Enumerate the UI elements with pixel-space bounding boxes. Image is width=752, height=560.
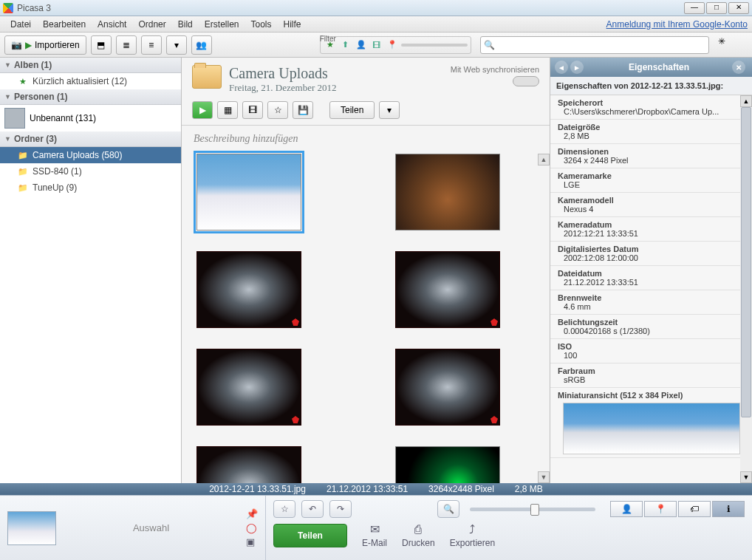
filter-geo-icon[interactable]: 📍	[386, 38, 399, 52]
properties-prev-button[interactable]: ◄	[555, 61, 568, 74]
status-dimensions: 3264x2448 Pixel	[428, 484, 494, 494]
filter-date-slider[interactable]	[401, 44, 468, 47]
view-list-button[interactable]: ≣	[116, 35, 137, 55]
people-view-button[interactable]: 👥	[191, 35, 212, 55]
properties-close-button[interactable]: ✕	[732, 61, 745, 74]
sidebar-item-label: SSD-840 (1)	[33, 166, 82, 177]
fit-zoom-button[interactable]: 🔍	[437, 500, 459, 518]
property-row: KameramarkeLGE	[550, 168, 752, 193]
scroll-up-icon[interactable]: ▲	[740, 95, 752, 107]
close-button[interactable]: ✕	[728, 2, 749, 14]
sync-label: Mit Web synchronisieren	[451, 65, 539, 74]
sync-toggle[interactable]	[513, 76, 539, 86]
add-to-album-button[interactable]: ▣	[246, 536, 258, 547]
scroll-up-icon[interactable]: ▲	[538, 154, 550, 165]
scroll-down-icon[interactable]: ▼	[538, 471, 550, 483]
folder-icon: 📁	[18, 166, 28, 177]
view-dropdown-button[interactable]: ▾	[166, 35, 187, 55]
property-row: SpeicherortC:\Users\kschmerer\Dropbox\Ca…	[550, 95, 752, 120]
filter-label: Filter	[320, 35, 336, 43]
save-button[interactable]: 💾	[293, 101, 313, 119]
menu-hilfe[interactable]: Hilfe	[278, 17, 307, 32]
thumbnail[interactable]	[395, 446, 500, 483]
filter-movie-icon[interactable]: 🎞	[370, 38, 383, 52]
info-button[interactable]: ℹ	[712, 501, 745, 517]
hold-pin-button[interactable]: 📌	[246, 508, 258, 519]
minimize-button[interactable]: —	[684, 2, 705, 14]
action-label: E-Mail	[362, 538, 387, 548]
center-scrollbar[interactable]: ▲ ▼	[538, 154, 550, 483]
sidebar-section-ordner[interactable]: ▼ Ordner (3)	[0, 132, 181, 147]
selection-label: Auswahl	[64, 522, 239, 533]
filter-upload-icon[interactable]: ⬆	[339, 38, 352, 52]
thumbnail[interactable]	[196, 349, 301, 426]
sidebar-personen-title: Personen (1)	[14, 92, 68, 102]
slideshow-button[interactable]: ▶	[192, 101, 213, 119]
album-title[interactable]: Camera Uploads	[229, 65, 336, 82]
tray-thumbnail[interactable]	[7, 511, 56, 545]
album-share-dropdown[interactable]: ▾	[379, 101, 400, 119]
properties-scrollbar[interactable]: ▲ ▼	[740, 95, 752, 483]
sidebar-section-personen[interactable]: ▼ Personen (1)	[0, 89, 181, 105]
google-signin-link[interactable]: Anmeldung mit Ihrem Google-Konto	[606, 19, 748, 30]
album-share-button[interactable]: Teilen	[329, 101, 375, 119]
tag-people-button[interactable]: 👤	[610, 501, 643, 517]
menu-erstellen[interactable]: Erstellen	[199, 17, 245, 32]
status-filename: 2012-12-21 13.33.51.jpg	[209, 484, 306, 494]
thumbnail[interactable]	[196, 154, 301, 231]
scroll-thumb[interactable]	[741, 107, 751, 417]
export-action[interactable]: ⤴ Exportieren	[450, 523, 495, 548]
sidebar-section-alben[interactable]: ▼ Alben (1)	[0, 58, 181, 73]
maximize-button[interactable]: □	[706, 2, 727, 14]
miniature-preview	[563, 403, 740, 454]
thumbnail[interactable]	[196, 251, 301, 328]
star-button[interactable]: ☆	[267, 101, 288, 119]
thumbnail[interactable]	[196, 446, 301, 483]
filter-person-icon[interactable]: 👤	[355, 38, 368, 52]
properties-panel: ◄ ► Eigenschaften ✕ Eigenschaften von 20…	[550, 58, 752, 483]
rotate-right-button[interactable]: ↷	[329, 500, 352, 518]
geotag-button[interactable]: 📍	[644, 501, 677, 517]
search-box[interactable]: 🔍	[480, 36, 709, 54]
title-bar: Picasa 3 — □ ✕	[0, 0, 752, 16]
tags-button[interactable]: 🏷	[678, 501, 711, 517]
menu-ordner[interactable]: Ordner	[132, 17, 171, 32]
main-toolbar: 📷 ▶ Importieren ⬒ ≣ ≡ ▾ 👥 Filter ★ ⬆ 👤 🎞…	[0, 33, 752, 58]
sidebar-item-tuneup[interactable]: 📁 TuneUp (9)	[0, 180, 181, 196]
properties-next-button[interactable]: ►	[570, 61, 584, 74]
menu-tools[interactable]: Tools	[245, 17, 277, 32]
print-action[interactable]: ⎙ Drucken	[402, 523, 435, 548]
menu-bearbeiten[interactable]: Bearbeiten	[37, 17, 92, 32]
property-row: FarbraumsRGB	[550, 363, 752, 388]
menu-bild[interactable]: Bild	[172, 17, 199, 32]
rotate-left-button[interactable]: ↶	[301, 500, 324, 518]
email-action[interactable]: ✉ E-Mail	[362, 522, 387, 548]
sidebar-item-camera-uploads[interactable]: 📁 Camera Uploads (580)	[0, 147, 181, 163]
star-toggle-button[interactable]: ☆	[273, 500, 295, 518]
album-date: Freitag, 21. Dezember 2012	[229, 82, 336, 94]
view-toggle-button[interactable]: ⬒	[91, 35, 112, 55]
sidebar-item-label: Camera Uploads (580)	[33, 150, 122, 160]
scroll-down-icon[interactable]: ▼	[740, 471, 752, 483]
view-smalllist-button[interactable]: ≡	[141, 35, 162, 55]
sidebar-item-label: TuneUp (9)	[33, 182, 77, 193]
sidebar-item-recent[interactable]: ★ Kürzlich aktualisiert (12)	[0, 73, 181, 89]
menu-ansicht[interactable]: Ansicht	[92, 17, 132, 32]
sidebar-item-person-unnamed[interactable]: Unbenannt (131)	[0, 105, 181, 132]
sidebar-item-ssd840[interactable]: 📁 SSD-840 (1)	[0, 163, 181, 180]
thumbnail[interactable]	[395, 349, 500, 426]
album-description[interactable]: Beschreibung hinzufügen	[182, 126, 550, 149]
movie-button[interactable]: 🎞	[242, 101, 263, 119]
property-miniature: Miniaturansicht (512 x 384 Pixel)	[550, 388, 752, 458]
collage-button[interactable]: ▦	[217, 101, 238, 119]
import-button[interactable]: 📷 ▶ Importieren	[4, 35, 86, 55]
menu-datei[interactable]: Datei	[4, 17, 37, 32]
thumbnail[interactable]	[395, 251, 500, 328]
thumbnail[interactable]	[395, 154, 500, 231]
sidebar-ordner-title: Ordner (3)	[14, 134, 57, 144]
clear-selection-button[interactable]: ◯	[246, 522, 258, 533]
share-button[interactable]: Teilen	[273, 524, 347, 547]
search-input[interactable]	[498, 40, 705, 50]
window-title: Picasa 3	[17, 3, 684, 13]
zoom-slider[interactable]	[470, 508, 595, 511]
